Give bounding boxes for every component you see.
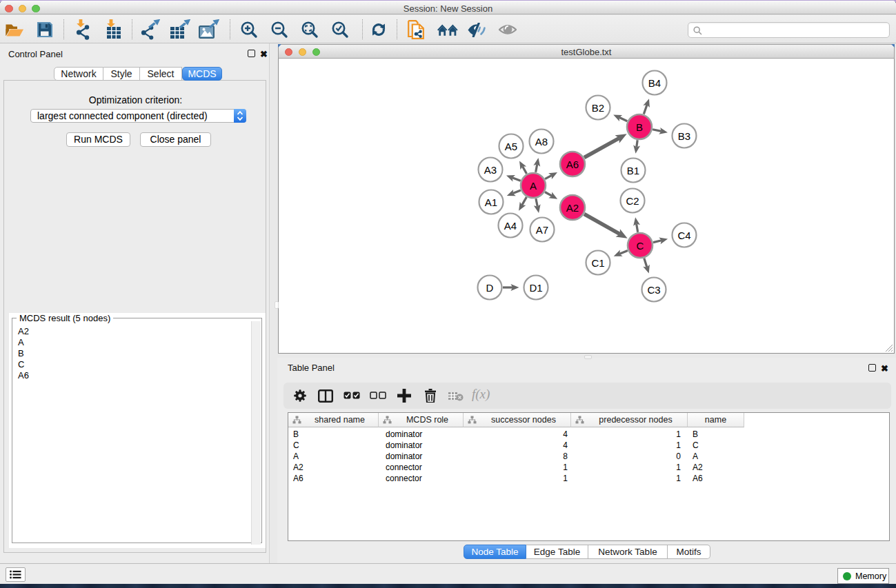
svg-text:A4: A4: [504, 220, 517, 232]
svg-text:A8: A8: [535, 136, 548, 148]
svg-text:C1: C1: [591, 257, 604, 269]
svg-text:C: C: [637, 240, 644, 252]
svg-text:A: A: [530, 180, 537, 192]
svg-text:C4: C4: [677, 230, 690, 241]
svg-text:A6: A6: [566, 159, 579, 170]
svg-text:B2: B2: [592, 102, 604, 114]
svg-text:A7: A7: [536, 224, 548, 236]
svg-text:C3: C3: [647, 284, 660, 296]
svg-text:A1: A1: [485, 196, 497, 208]
svg-text:B3: B3: [678, 130, 690, 142]
svg-text:B: B: [636, 121, 643, 133]
svg-text:A5: A5: [505, 141, 517, 152]
svg-text:A2: A2: [566, 202, 579, 214]
svg-text:C2: C2: [626, 195, 639, 207]
svg-text:B1: B1: [627, 165, 639, 176]
svg-text:A3: A3: [484, 164, 497, 176]
svg-text:D: D: [486, 282, 494, 294]
svg-text:B4: B4: [648, 77, 661, 89]
svg-text:D1: D1: [529, 282, 542, 294]
